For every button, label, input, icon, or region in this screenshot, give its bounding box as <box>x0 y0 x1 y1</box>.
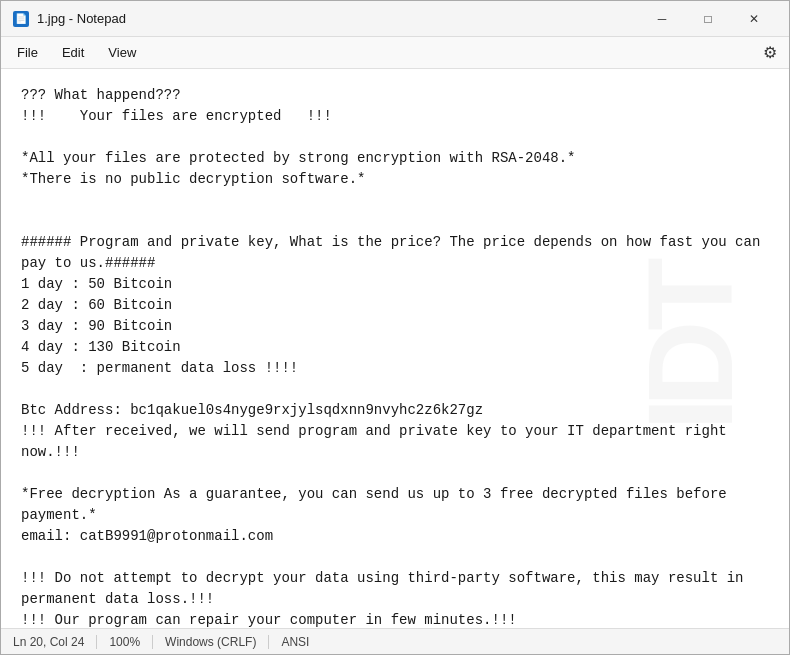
cursor-position: Ln 20, Col 24 <box>9 635 97 649</box>
notepad-window: 📄 1.jpg - Notepad ─ □ ✕ File Edit View ⚙… <box>0 0 790 655</box>
menu-file[interactable]: File <box>5 41 50 64</box>
window-title: 1.jpg - Notepad <box>37 11 639 26</box>
menu-bar: File Edit View ⚙ <box>1 37 789 69</box>
maximize-button[interactable]: □ <box>685 1 731 37</box>
editor-content[interactable]: ??? What happend??? !!! Your files are e… <box>1 69 789 628</box>
zoom-level: 100% <box>97 635 153 649</box>
line-ending: Windows (CRLF) <box>153 635 269 649</box>
status-bar: Ln 20, Col 24 100% Windows (CRLF) ANSI <box>1 628 789 654</box>
settings-icon[interactable]: ⚙ <box>755 39 785 66</box>
app-icon: 📄 <box>13 11 29 27</box>
title-bar: 📄 1.jpg - Notepad ─ □ ✕ <box>1 1 789 37</box>
close-button[interactable]: ✕ <box>731 1 777 37</box>
minimize-button[interactable]: ─ <box>639 1 685 37</box>
menu-view[interactable]: View <box>96 41 148 64</box>
editor-area: IDT ??? What happend??? !!! Your files a… <box>1 69 789 628</box>
encoding: ANSI <box>269 635 321 649</box>
menu-edit[interactable]: Edit <box>50 41 96 64</box>
title-bar-controls: ─ □ ✕ <box>639 1 777 37</box>
